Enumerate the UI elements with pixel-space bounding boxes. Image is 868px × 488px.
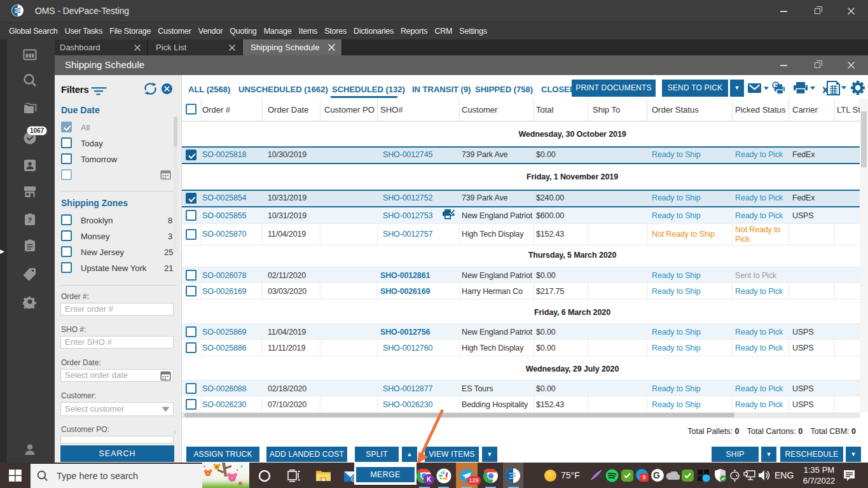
svg-text:?: ? xyxy=(28,216,32,224)
